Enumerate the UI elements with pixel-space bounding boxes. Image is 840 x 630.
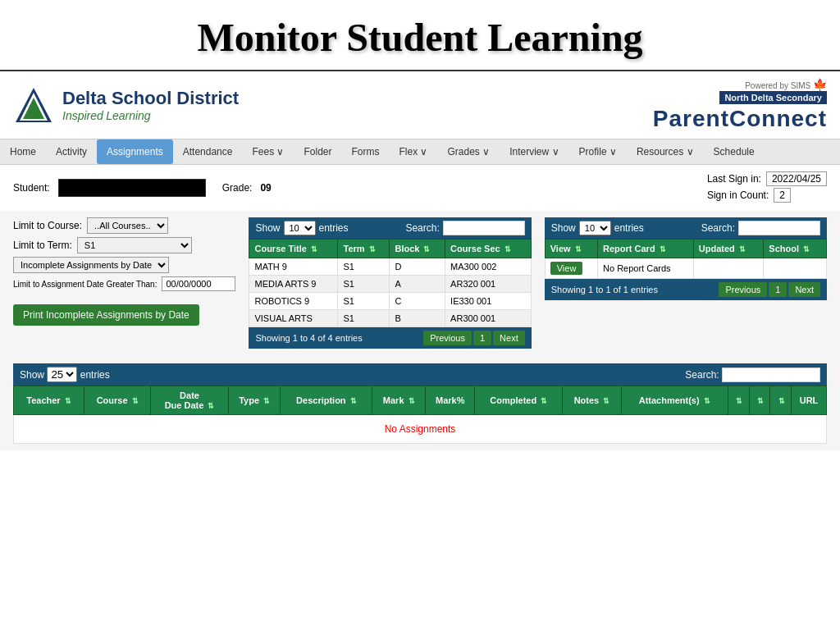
date-filter-input[interactable]	[162, 276, 235, 291]
navigation-bar: Home Activity Assignments Attendance Fee…	[0, 139, 840, 165]
course-title-cell: MEDIA ARTS 9	[249, 276, 338, 293]
sign-in-count-row: Sign in Count: 2	[707, 188, 827, 203]
report-showing: Showing 1 to 1 of 1 entries	[551, 285, 658, 294]
content-row: Limit to Course: ..All Courses.. Limit t…	[13, 217, 827, 357]
courses-show-entries: Show 10 25 entries	[255, 221, 348, 235]
tables-column: Show 10 25 entries Search:	[249, 217, 827, 357]
nav-fees[interactable]: Fees ∨	[242, 139, 294, 164]
block-cell: C	[390, 293, 445, 310]
table-row: View No Report Cards	[545, 258, 826, 279]
report-card-table: View ⇅ Report Card ⇅ Updated ⇅ School ⇅ …	[545, 239, 827, 279]
date-filter-label: Limit to Assignment Date Greater Than:	[13, 280, 157, 289]
district-logo	[13, 84, 54, 126]
nav-folder[interactable]: Folder	[294, 139, 341, 164]
courses-show-select[interactable]: 10 25	[284, 221, 316, 235]
updated-cell	[693, 258, 764, 279]
nav-activity[interactable]: Activity	[46, 139, 97, 164]
col-url: URL	[792, 386, 827, 415]
report-next-btn[interactable]: Next	[788, 282, 820, 297]
col-type: Type ⇅	[228, 386, 281, 415]
assignment-type-select[interactable]: Incomplete Assignments by Date	[13, 257, 169, 273]
parent-connect-logo: ParentConnect	[653, 106, 827, 132]
limit-term-label: Limit to Term:	[13, 240, 72, 251]
bottom-show-select[interactable]: 25 10	[47, 367, 77, 382]
nav-attendance[interactable]: Attendance	[173, 139, 243, 164]
nav-assignments[interactable]: Assignments	[97, 139, 173, 164]
print-button[interactable]: Print Incomplete Assignments by Date	[13, 304, 199, 326]
school-cell	[764, 258, 827, 279]
courses-next-btn[interactable]: Next	[493, 331, 525, 345]
view-button[interactable]: View	[550, 262, 583, 275]
courses-page-btn[interactable]: 1	[473, 331, 491, 345]
term-cell: S1	[338, 258, 390, 276]
sign-in-count-value: 2	[774, 188, 791, 203]
course-title-cell: ROBOTICS 9	[249, 293, 338, 310]
table-row: MEDIA ARTS 9 S1 A AR320 001	[249, 276, 531, 293]
page-title: Monitor Student Learning	[0, 0, 840, 71]
report-search-input[interactable]	[738, 221, 820, 235]
student-right: Last Sign in: 2022/04/25 Sign in Count: …	[707, 171, 827, 204]
courses-showing: Showing 1 to 4 of 4 entries	[255, 333, 362, 343]
date-filter-row: Limit to Assignment Date Greater Than:	[13, 276, 235, 291]
bottom-table: Teacher ⇅ Course ⇅ DateDue Date ⇅ Type ⇅…	[13, 386, 827, 444]
col-course: Course ⇅	[84, 386, 150, 415]
bottom-show-entries: Show 25 10 entries	[20, 367, 110, 382]
view-cell: View	[545, 258, 597, 279]
print-btn-container: Print Incomplete Assignments by Date	[13, 301, 235, 326]
nav-resources[interactable]: Resources ∨	[627, 139, 704, 164]
nav-interview[interactable]: Interview ∨	[500, 139, 568, 164]
inspired-learning: Inspired Learning	[62, 109, 239, 122]
col-extra1: ⇅	[728, 386, 749, 415]
courses-table-wrapper: Show 10 25 entries Search:	[249, 217, 531, 349]
report-card-cell: No Report Cards	[598, 258, 694, 279]
block-cell: B	[390, 310, 445, 327]
nav-forms[interactable]: Forms	[341, 139, 389, 164]
last-sign-in-row: Last Sign in: 2022/04/25	[707, 171, 827, 186]
nav-profile[interactable]: Profile ∨	[569, 139, 627, 164]
report-nav-buttons: Previous 1 Next	[719, 282, 820, 297]
bottom-section: Show 25 10 entries Search: Teacher ⇅ Cou…	[13, 363, 827, 444]
report-card-table-top: Show 10 25 entries Search:	[545, 217, 827, 239]
nav-schedule[interactable]: Schedule	[704, 139, 765, 164]
report-prev-btn[interactable]: Previous	[719, 282, 767, 297]
report-page-btn[interactable]: 1	[769, 282, 787, 297]
courses-search-input[interactable]	[443, 221, 525, 235]
col-date-due: DateDue Date ⇅	[151, 386, 229, 415]
block-cell: A	[390, 276, 445, 293]
assignment-type-row: Incomplete Assignments by Date	[13, 257, 235, 273]
col-teacher: Teacher ⇅	[14, 386, 84, 415]
course-sec-cell: AR300 001	[445, 310, 532, 327]
course-sec-cell: MA300 002	[445, 258, 532, 276]
nav-home[interactable]: Home	[0, 139, 46, 164]
courses-search-area: Search:	[405, 221, 524, 235]
student-name-field	[58, 179, 206, 197]
table-row: MATH 9 S1 D MA300 002	[249, 258, 531, 276]
block-cell: D	[390, 258, 445, 276]
courses-prev-btn[interactable]: Previous	[423, 331, 472, 345]
col-mark-pct: Mark%	[426, 386, 475, 415]
sign-in-count-label: Sign in Count:	[707, 189, 769, 201]
col-extra2: ⇅	[749, 386, 770, 415]
last-sign-in-value: 2022/04/25	[766, 171, 827, 186]
tables-row: Show 10 25 entries Search:	[249, 217, 827, 349]
course-sec-cell: IE330 001	[445, 293, 532, 310]
nav-grades[interactable]: Grades ∨	[438, 139, 500, 164]
col-block: Block ⇅	[390, 240, 445, 258]
school-name-badge: North Delta Secondary	[719, 91, 827, 104]
nav-flex[interactable]: Flex ∨	[389, 139, 437, 164]
bottom-search-input[interactable]	[722, 368, 820, 382]
no-assignments-label: No Assignments	[17, 418, 823, 440]
report-show-entries: Show 10 25 entries	[551, 221, 644, 235]
col-view: View ⇅	[545, 240, 597, 258]
term-cell: S1	[338, 293, 390, 310]
term-cell: S1	[338, 276, 390, 293]
report-show-select[interactable]: 10 25	[579, 221, 611, 235]
report-card-table-wrapper: Show 10 25 entries Search:	[545, 217, 827, 349]
limit-course-select[interactable]: ..All Courses..	[87, 217, 168, 234]
limit-course-row: Limit to Course: ..All Courses..	[13, 217, 235, 234]
col-description: Description ⇅	[281, 386, 372, 415]
limit-term-select[interactable]: S1	[77, 237, 192, 253]
courses-table: Course Title ⇅ Term ⇅ Block ⇅ Course Sec…	[249, 239, 531, 327]
header-right: Powered by SIMS 🍁 North Delta Secondary …	[653, 78, 827, 132]
grade-value: 09	[260, 182, 271, 194]
